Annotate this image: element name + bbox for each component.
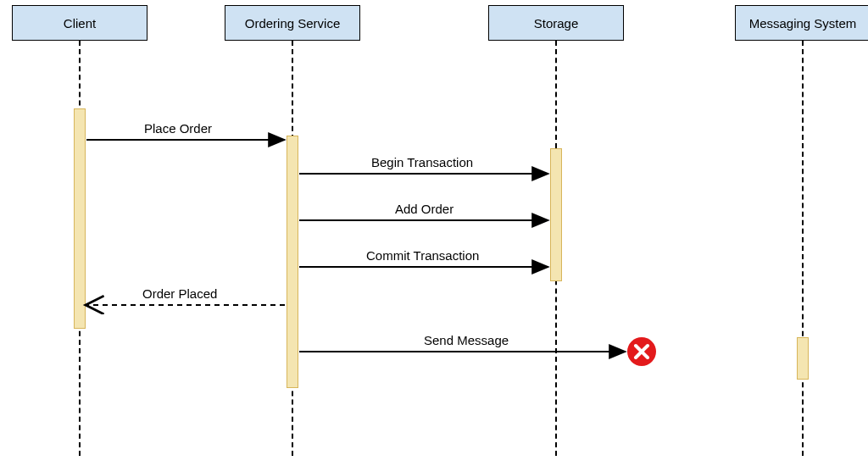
label-commit-tx: Commit Transaction: [366, 248, 479, 263]
label-begin-tx: Begin Transaction: [371, 155, 473, 169]
label-order-placed: Order Placed: [142, 286, 217, 301]
error-icon: [627, 337, 656, 366]
arrows-layer: [0, 0, 868, 466]
label-place-order: Place Order: [144, 121, 212, 136]
label-send-message: Send Message: [424, 333, 509, 347]
label-add-order: Add Order: [395, 202, 453, 216]
